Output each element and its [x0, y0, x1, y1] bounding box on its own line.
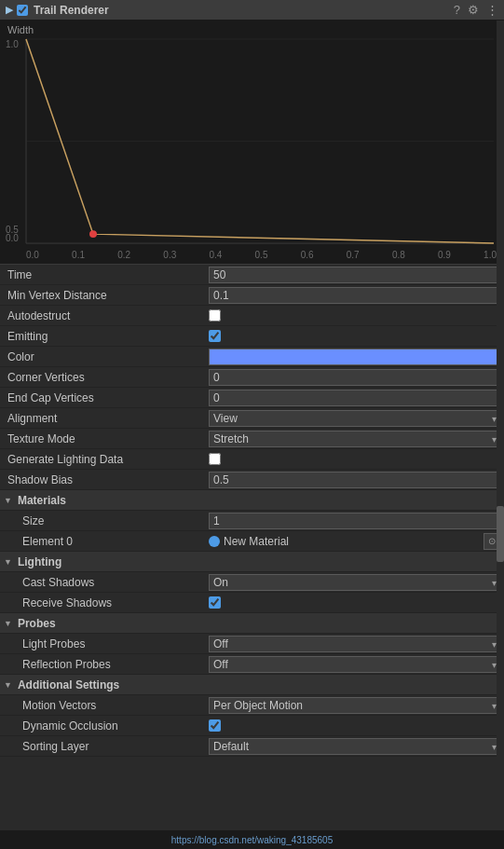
width-graph: Width 1.0 0.5 0.0 0.0 0.1 0.2 0.3 0.4 0.…: [0, 21, 504, 265]
x-label-9: 0.9: [438, 250, 451, 260]
help-icon[interactable]: ?: [454, 3, 460, 17]
alignment-row: Alignment View Local: [0, 408, 504, 429]
header-icons: ▶: [6, 4, 28, 16]
footer-url: https://blog.csdn.net/waking_43185605: [171, 835, 333, 845]
material-name: New Material: [224, 535, 480, 548]
probes-expand-icon: ▼: [4, 619, 12, 628]
probes-section-label: Probes: [16, 617, 221, 630]
motion-vectors-row: Motion Vectors Per Object Motion Camera …: [0, 695, 504, 716]
generate-lighting-data-checkbox[interactable]: [209, 453, 221, 465]
x-label-2: 0.2: [117, 250, 130, 260]
reflection-probes-dropdown[interactable]: Off Blend Probes Simple: [209, 656, 500, 673]
additional-settings-section-label: Additional Settings: [16, 678, 221, 692]
corner-vertices-label: Corner Vertices: [4, 371, 209, 384]
sorting-layer-dropdown[interactable]: Default: [209, 738, 500, 755]
sorting-layer-label: Sorting Layer: [4, 740, 209, 753]
dynamic-occlusion-row: Dynamic Occlusion: [0, 716, 504, 736]
component-header: ▶ Trail Renderer ? ⚙ ⋮: [0, 0, 504, 21]
additional-settings-section[interactable]: ▼ Additional Settings: [0, 675, 504, 695]
texture-mode-dropdown-wrapper: Stretch Tile: [209, 431, 500, 447]
lighting-section[interactable]: ▼ Lighting: [0, 552, 504, 572]
materials-expand-icon: ▼: [4, 496, 12, 505]
x-label-5: 0.5: [255, 250, 268, 260]
time-row: Time: [0, 265, 504, 285]
sorting-layer-row: Sorting Layer Default: [0, 736, 504, 757]
x-label-1: 0.1: [72, 250, 85, 260]
graph-x-labels: 0.0 0.1 0.2 0.3 0.4 0.5 0.6 0.7 0.8 0.9 …: [26, 250, 497, 260]
min-vertex-distance-input[interactable]: [209, 287, 500, 304]
receive-shadows-checkbox[interactable]: [209, 596, 221, 609]
graph-svg[interactable]: [0, 21, 504, 264]
color-swatch[interactable]: [209, 349, 500, 365]
shadow-bias-input[interactable]: [209, 472, 500, 488]
reflection-probes-dropdown-wrapper: Off Blend Probes Simple: [209, 656, 500, 673]
element0-value: New Material ⊙: [209, 533, 500, 550]
expand-icon[interactable]: ▶: [6, 4, 13, 16]
dynamic-occlusion-checkbox[interactable]: [209, 719, 221, 732]
emitting-label: Emitting: [4, 330, 209, 343]
shadow-bias-row: Shadow Bias: [0, 470, 504, 490]
texture-mode-label: Texture Mode: [4, 432, 209, 445]
component-enabled-checkbox[interactable]: [17, 5, 28, 16]
menu-icon[interactable]: ⋮: [486, 3, 498, 17]
scrollbar-thumb[interactable]: [497, 506, 504, 562]
element0-row: Element 0 New Material ⊙: [0, 531, 504, 552]
settings-icon[interactable]: ⚙: [468, 3, 479, 17]
reflection-probes-row: Reflection Probes Off Blend Probes Simpl…: [0, 654, 504, 675]
footer: https://blog.csdn.net/waking_43185605: [0, 830, 504, 849]
light-probes-dropdown-wrapper: Off Blend Probes Use Proxy Volume: [209, 636, 500, 652]
alignment-dropdown[interactable]: View Local: [209, 410, 500, 427]
x-label-4: 0.4: [209, 250, 222, 260]
motion-vectors-label: Motion Vectors: [4, 699, 209, 712]
emitting-row: Emitting: [0, 326, 504, 347]
receive-shadows-row: Receive Shadows: [0, 593, 504, 613]
x-label-0: 0.0: [26, 250, 39, 260]
svg-point-4: [89, 230, 97, 238]
lighting-expand-icon: ▼: [4, 557, 12, 567]
probes-section[interactable]: ▼ Probes: [0, 613, 504, 634]
cast-shadows-dropdown[interactable]: On Off Two Sided Shadows Only: [209, 574, 500, 591]
texture-mode-dropdown[interactable]: Stretch Tile: [209, 431, 500, 447]
cast-shadows-row: Cast Shadows On Off Two Sided Shadows On…: [0, 572, 504, 593]
end-cap-vertices-input[interactable]: [209, 390, 500, 406]
generate-lighting-data-row: Generate Lighting Data: [0, 449, 504, 470]
materials-size-input[interactable]: [209, 513, 500, 529]
properties-panel: Time Min Vertex Distance Autodestruct Em…: [0, 265, 504, 830]
additional-settings-expand-icon: ▼: [4, 680, 12, 690]
shadow-bias-label: Shadow Bias: [4, 473, 209, 486]
cast-shadows-dropdown-wrapper: On Off Two Sided Shadows Only: [209, 574, 500, 591]
texture-mode-row: Texture Mode Stretch Tile: [0, 429, 504, 449]
materials-size-row: Size: [0, 511, 504, 531]
time-label: Time: [4, 268, 209, 281]
light-probes-dropdown[interactable]: Off Blend Probes Use Proxy Volume: [209, 636, 500, 652]
emitting-checkbox[interactable]: [209, 330, 221, 342]
materials-section[interactable]: ▼ Materials: [0, 490, 504, 511]
lighting-section-label: Lighting: [16, 555, 221, 568]
alignment-label: Alignment: [4, 412, 209, 425]
receive-shadows-label: Receive Shadows: [4, 596, 209, 609]
element0-label: Element 0: [4, 535, 209, 548]
cast-shadows-label: Cast Shadows: [4, 576, 209, 589]
scrollbar-track: [497, 21, 504, 830]
materials-section-label: Materials: [16, 494, 221, 507]
min-vertex-distance-row: Min Vertex Distance: [0, 285, 504, 306]
min-vertex-distance-label: Min Vertex Distance: [4, 289, 209, 302]
component-title: Trail Renderer: [34, 4, 454, 17]
corner-vertices-input[interactable]: [209, 369, 500, 386]
time-input[interactable]: [209, 267, 500, 283]
light-probes-row: Light Probes Off Blend Probes Use Proxy …: [0, 634, 504, 654]
color-label: Color: [4, 350, 209, 363]
generate-lighting-data-label: Generate Lighting Data: [4, 453, 209, 466]
autodestruct-row: Autodestruct: [0, 306, 504, 326]
autodestruct-checkbox[interactable]: [209, 309, 221, 322]
x-label-7: 0.7: [347, 250, 360, 260]
material-dot-icon: [209, 536, 220, 547]
end-cap-vertices-label: End Cap Vertices: [4, 391, 209, 404]
materials-size-label: Size: [4, 514, 209, 527]
motion-vectors-dropdown[interactable]: Per Object Motion Camera Motion Force No…: [209, 697, 500, 714]
motion-vectors-dropdown-wrapper: Per Object Motion Camera Motion Force No…: [209, 697, 500, 714]
autodestruct-label: Autodestruct: [4, 309, 209, 322]
end-cap-vertices-row: End Cap Vertices: [0, 388, 504, 408]
light-probes-label: Light Probes: [4, 637, 209, 650]
header-actions: ? ⚙ ⋮: [454, 3, 498, 17]
